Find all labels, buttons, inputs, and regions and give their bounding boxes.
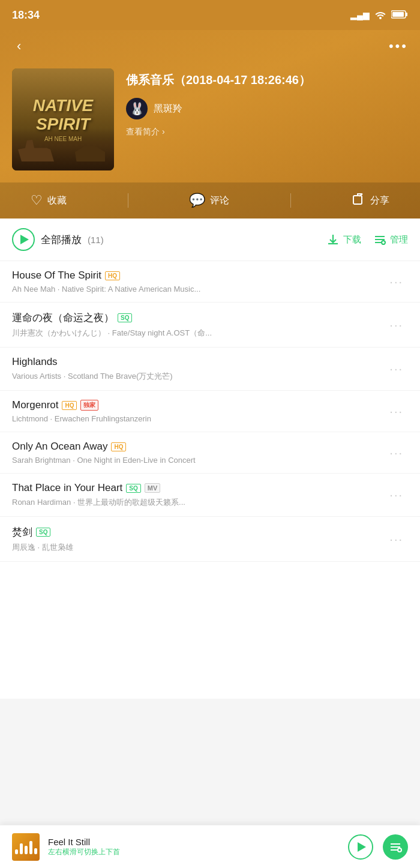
creator-name: 黑斑羚: [154, 103, 182, 115]
song-title: 運命の夜（命运之夜）: [12, 311, 114, 325]
song-title-row: House Of The Spirit HQ: [12, 270, 385, 282]
player-song-title: Feel It Still: [48, 837, 340, 847]
player-play-button[interactable]: [348, 834, 373, 860]
exclusive-badge: 独家: [80, 400, 98, 411]
collect-label: 收藏: [47, 194, 67, 207]
song-info: That Place in Your Heart SQ MV Ronan Har…: [12, 482, 385, 508]
bar-5: [34, 848, 37, 854]
battery-icon: [391, 10, 408, 20]
song-more-button[interactable]: ···: [385, 444, 408, 462]
album-info: 佛系音乐（2018-04-17 18:26:46） 🐰 黑斑羚 查看简介 ›: [126, 68, 408, 170]
song-meta: Ah Nee Mah · Native Spirit: A Native Ame…: [12, 285, 385, 294]
song-title: Highlands: [12, 356, 58, 368]
share-button[interactable]: 分享: [352, 192, 389, 209]
view-intro-button[interactable]: 查看简介 ›: [126, 127, 408, 137]
song-more-button[interactable]: ···: [385, 273, 408, 291]
divider-2: [290, 193, 291, 208]
song-title-row: Only An Ocean Away HQ: [12, 441, 385, 453]
status-icons: ▂▄▆: [350, 10, 408, 21]
header-section: ‹ ••• NATIVE SPIRIT AH NEE MAH 佛系音乐（2018…: [0, 30, 420, 219]
play-all-bar: 全部播放 (11) 下载 管理: [0, 219, 420, 261]
table-row[interactable]: 焚剑 SQ 周辰逸 · 乱世枭雄 ···: [0, 517, 420, 562]
play-icon: [20, 235, 29, 244]
song-more-button[interactable]: ···: [385, 530, 408, 549]
manage-button[interactable]: 管理: [373, 233, 408, 246]
svg-point-4: [382, 241, 385, 244]
song-title-row: Highlands: [12, 356, 385, 368]
song-more-button[interactable]: ···: [385, 316, 408, 334]
hq-badge: HQ: [62, 401, 77, 410]
player-thumbnail: [12, 833, 40, 861]
song-more-button[interactable]: ···: [385, 402, 408, 421]
mv-badge: MV: [145, 483, 161, 493]
rabbit-icon: 🐰: [130, 101, 145, 116]
song-info: 焚剑 SQ 周辰逸 · 乱世枭雄: [12, 525, 385, 553]
sq-badge: SQ: [36, 528, 50, 537]
status-bar: 18:34 ▂▄▆: [0, 0, 420, 30]
table-row[interactable]: 運命の夜（命运之夜） SQ 川井憲次（かわいけんじ） · Fate/Stay n…: [0, 303, 420, 348]
manage-label: 管理: [390, 234, 408, 246]
svg-rect-1: [406, 13, 407, 16]
song-info: 運命の夜（命运之夜） SQ 川井憲次（かわいけんじ） · Fate/Stay n…: [12, 311, 385, 339]
play-all-count: (11): [88, 235, 104, 245]
song-meta: Lichtmond · Erwachen Fruhlingstanzerin: [12, 414, 385, 423]
table-row[interactable]: Highlands Various Artists · Scotland The…: [0, 348, 420, 391]
creator-row: 🐰 黑斑羚: [126, 98, 408, 119]
song-title: Morgenrot: [12, 399, 58, 411]
song-list: House Of The Spirit HQ Ah Nee Mah · Nati…: [0, 261, 420, 562]
song-more-button[interactable]: ···: [385, 486, 408, 504]
table-row[interactable]: That Place in Your Heart SQ MV Ronan Har…: [0, 474, 420, 517]
toolbar-right: 下载 管理: [326, 233, 408, 246]
svg-point-9: [398, 848, 401, 852]
bar-4: [29, 841, 32, 854]
playlist-title: 佛系音乐（2018-04-17 18:26:46）: [126, 71, 408, 88]
album-section: NATIVE SPIRIT AH NEE MAH 佛系音乐（2018-04-17…: [12, 68, 408, 182]
heart-icon: ♡: [31, 193, 43, 208]
signal-icon: ▂▄▆: [350, 10, 370, 20]
bar-1: [15, 849, 18, 854]
play-icon: [358, 842, 366, 852]
song-info: Only An Ocean Away HQ Sarah Brightman · …: [12, 441, 385, 465]
svg-rect-3: [353, 196, 362, 204]
song-meta: 川井憲次（かわいけんじ） · Fate/Stay night A.OST（命..…: [12, 328, 385, 339]
bar-3: [25, 846, 28, 854]
bottom-player: Feel It Still 左右横滑可切换上下首: [0, 825, 420, 868]
svg-rect-2: [392, 12, 404, 17]
player-song-info: Feel It Still 左右横滑可切换上下首: [48, 837, 340, 857]
comment-icon: 💬: [189, 193, 205, 208]
play-circle[interactable]: [12, 228, 35, 251]
main-content: 全部播放 (11) 下载 管理: [0, 219, 420, 699]
song-title: Only An Ocean Away: [12, 441, 107, 453]
bar-2: [20, 843, 23, 854]
status-time: 18:34: [12, 9, 40, 22]
download-button[interactable]: 下载: [326, 233, 361, 246]
player-list-button[interactable]: [383, 834, 408, 860]
more-button[interactable]: •••: [389, 38, 408, 54]
song-title: 焚剑: [12, 525, 32, 539]
album-cover: NATIVE SPIRIT AH NEE MAH: [12, 68, 114, 170]
song-title: That Place in Your Heart: [12, 482, 122, 494]
song-title-row: 焚剑 SQ: [12, 525, 385, 539]
action-bar: ♡ 收藏 💬 评论 分享: [0, 182, 420, 219]
table-row[interactable]: Morgenrot HQ 独家 Lichtmond · Erwachen Fru…: [0, 391, 420, 432]
song-info: House Of The Spirit HQ Ah Nee Mah · Nati…: [12, 270, 385, 294]
play-all-button[interactable]: 全部播放 (11): [12, 228, 326, 251]
back-button[interactable]: ‹: [12, 36, 26, 56]
song-info: Highlands Various Artists · Scotland The…: [12, 356, 385, 382]
song-info: Morgenrot HQ 独家 Lichtmond · Erwachen Fru…: [12, 399, 385, 423]
table-row[interactable]: House Of The Spirit HQ Ah Nee Mah · Nati…: [0, 261, 420, 303]
avatar: 🐰: [126, 98, 148, 119]
equalizer-icon: [15, 840, 37, 854]
play-all-label: 全部播放: [41, 233, 82, 247]
collect-button[interactable]: ♡ 收藏: [31, 193, 67, 208]
download-label: 下载: [343, 234, 361, 246]
share-label: 分享: [370, 194, 389, 207]
hq-badge: HQ: [105, 271, 120, 280]
share-icon: [352, 192, 365, 209]
song-more-button[interactable]: ···: [385, 360, 408, 378]
wifi-icon: [374, 10, 386, 21]
comment-button[interactable]: 💬 评论: [189, 193, 229, 208]
album-art-title: NATIVE SPIRIT: [33, 97, 94, 134]
table-row[interactable]: Only An Ocean Away HQ Sarah Brightman · …: [0, 432, 420, 474]
sq-badge: SQ: [118, 313, 132, 322]
